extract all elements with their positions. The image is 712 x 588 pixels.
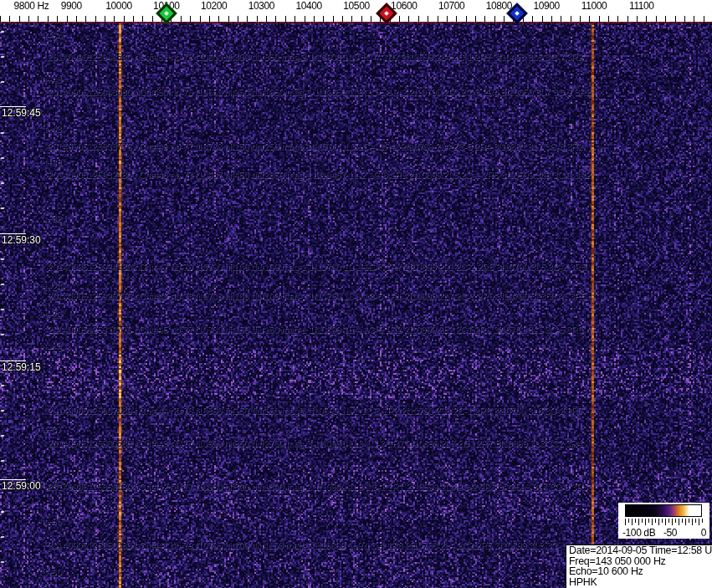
axis-minor-tick (19, 16, 20, 22)
time-minor-tick (1, 132, 5, 134)
axis-minor-tick (589, 16, 590, 22)
axis-minor-tick (342, 16, 343, 22)
legend-tick (689, 519, 689, 523)
time-minor-tick (1, 536, 5, 538)
axis-frequency-label: 11000 (581, 0, 607, 12)
axis-minor-tick (142, 16, 143, 22)
time-marker-caret-icon: ^ (40, 567, 44, 575)
axis-minor-tick (408, 16, 409, 22)
axis-minor-tick (323, 16, 324, 22)
axis-minor-tick (351, 16, 352, 22)
echo-log-line: 20140905125916776 hCnt445 nb-77 f10700 h… (48, 325, 583, 335)
time-minor-tick (1, 511, 5, 513)
axis-minor-tick (646, 16, 647, 22)
legend-tick (685, 519, 686, 525)
legend-tick (648, 519, 649, 523)
axis-minor-tick (133, 16, 134, 22)
time-minor-tick (1, 410, 5, 412)
time-marker-caret-icon: ^ (40, 343, 44, 351)
axis-minor-tick (76, 16, 77, 22)
axis-minor-tick (371, 16, 371, 22)
time-minor-tick (1, 284, 5, 285)
axis-minor-tick (218, 16, 219, 22)
axis-minor-tick (561, 16, 561, 22)
time-minor-tick (1, 56, 5, 58)
axis-minor-tick (209, 16, 210, 22)
info-box: Date=2014-09-05 Time=12:58 UTC Freq=143 … (566, 545, 712, 588)
time-minor-tick (1, 31, 5, 33)
axis-minor-tick (608, 16, 609, 22)
legend-tick (625, 519, 626, 525)
time-offset-marker: ^t+50 (40, 567, 62, 577)
axis-minor-tick (48, 16, 49, 22)
legend-mid-label: -50 (663, 527, 677, 539)
legend-tick (699, 519, 699, 525)
axis-minor-tick (684, 16, 685, 22)
blue-marker-center-dot (515, 11, 520, 16)
axis-minor-tick (494, 16, 495, 22)
time-marker-caret-icon: ^ (40, 157, 44, 166)
time-minor-tick (1, 258, 5, 260)
time-minor-tick (1, 207, 5, 209)
time-minor-tick (1, 561, 5, 563)
echo-log-line: 20140905125938776 hCnt449 nb-77 f10700 h… (48, 142, 583, 151)
axis-frequency-label: 10900 (534, 0, 560, 12)
legend-tick (675, 519, 676, 523)
axis-minor-tick (542, 16, 543, 22)
axis-minor-tick (95, 16, 96, 22)
legend-tick (632, 519, 633, 525)
axis-minor-tick (228, 16, 229, 22)
axis-minor-tick (124, 16, 125, 22)
axis-frequency-label: 10200 (201, 0, 227, 12)
axis-minor-tick (200, 16, 201, 22)
echo-log-line: 20140905125924180 hCnt447 nb-79 f10700 h… (48, 263, 586, 272)
time-marker-caret-icon: ^ (40, 424, 44, 432)
time-axis-label: 12:59:45 (2, 108, 41, 118)
axis-minor-tick (0, 16, 1, 22)
legend-tick (668, 519, 669, 523)
axis-minor-tick (247, 16, 248, 22)
axis-minor-tick (257, 16, 258, 22)
time-axis-label: 12:59:30 (2, 235, 41, 245)
axis-frequency-label: 10600 (391, 0, 417, 12)
legend-tick (635, 519, 636, 523)
time-axis-label: 12:59:00 (2, 481, 41, 491)
legend-tick (638, 519, 639, 525)
axis-minor-tick (85, 16, 86, 22)
axis-minor-tick (285, 16, 286, 22)
time-marker-caret-icon: ^ (40, 516, 44, 524)
legend-tick (642, 519, 643, 523)
time-minor-tick (1, 182, 5, 184)
axis-minor-tick (617, 16, 618, 22)
axis-minor-tick (637, 16, 638, 22)
echo-log-line: 20140905125900580 hCnt443 nb-77 f10900 h… (48, 439, 582, 448)
time-minor-tick (1, 385, 5, 386)
time-marker-caret-icon: ^ (40, 213, 44, 222)
info-echo: Echo=10 600 Hz (569, 566, 712, 577)
axis-minor-tick (238, 16, 238, 22)
amplitude-legend-ticks (625, 519, 702, 527)
axis-minor-tick (28, 16, 29, 22)
axis-minor-tick (67, 16, 68, 22)
overlay-layer: ^t+5420140905125948580 hCnt451 nb-78 f10… (0, 0, 712, 588)
time-marker-caret-icon: ^ (40, 74, 44, 83)
echo-log-line: 20140905125920776 hCnt446 nb-78 f10700 h… (48, 292, 586, 301)
frequency-axis-ruler[interactable]: 9800 Hz990010000101001020010300104001050… (0, 0, 712, 22)
legend-tick (658, 519, 659, 525)
time-marker-caret-icon: ^ (40, 309, 44, 318)
echo-log-line: 20140905125907180 hCnt444 nb-78 f10599 h… (48, 406, 583, 416)
time-minor-tick (1, 435, 5, 437)
time-offset-marker: ^t+48 (40, 74, 62, 84)
green-marker-center-dot (164, 11, 169, 16)
time-marker-caret-icon: ^ (40, 124, 44, 132)
axis-minor-tick (428, 16, 428, 22)
axis-minor-tick (105, 16, 105, 22)
axis-minor-tick (418, 16, 419, 22)
time-offset-marker: ^t+32 (40, 213, 62, 223)
legend-tick (702, 519, 703, 523)
info-station-id: HPHK (569, 577, 712, 588)
axis-frequency-label: 10700 (438, 0, 464, 12)
amplitude-gradient-bar (625, 504, 702, 517)
axis-minor-tick (704, 16, 704, 22)
echo-log-line: 20140905125943080 hCnt450 nb-76 f10650 h… (48, 88, 591, 97)
